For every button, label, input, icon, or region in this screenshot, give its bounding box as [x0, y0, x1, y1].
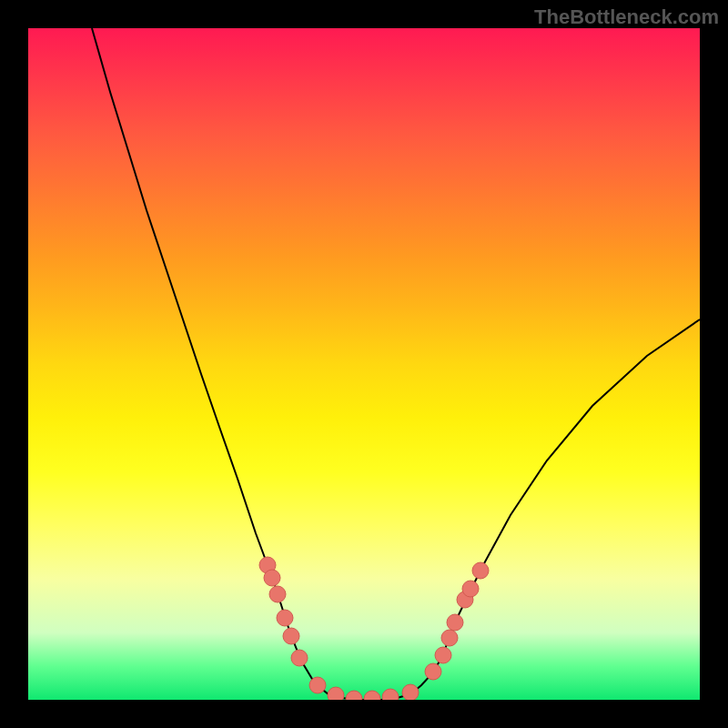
data-marker: [269, 586, 286, 602]
bottleneck-curve: [92, 28, 700, 700]
data-marker: [264, 570, 280, 586]
data-marker: [382, 689, 399, 700]
watermark-text: TheBottleneck.com: [534, 5, 719, 29]
chart-frame: TheBottleneck.com: [0, 0, 728, 728]
data-marker: [402, 684, 419, 700]
data-marker: [462, 581, 479, 597]
data-marker: [435, 647, 451, 663]
data-marker: [277, 610, 293, 626]
data-marker: [472, 562, 489, 579]
curve-svg: [28, 28, 700, 700]
data-marker: [441, 630, 458, 646]
data-marker: [283, 628, 299, 644]
data-marker: [425, 663, 441, 680]
data-marker: [447, 614, 463, 631]
plot-area: [28, 28, 700, 700]
data-marker: [328, 687, 344, 700]
data-marker: [364, 691, 380, 700]
data-marker: [309, 677, 326, 693]
data-marker: [291, 650, 308, 666]
data-marker: [346, 691, 362, 700]
